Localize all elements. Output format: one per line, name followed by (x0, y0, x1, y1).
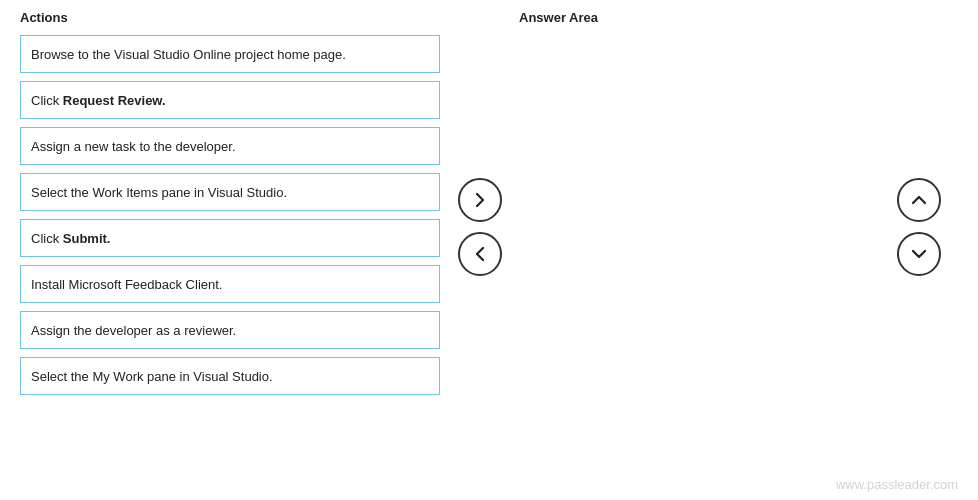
answer-header: Answer Area (519, 10, 879, 27)
chevron-down-icon (909, 244, 929, 264)
transfer-controls (440, 10, 519, 403)
action-item-3[interactable]: Assign a new task to the developer. (20, 127, 440, 165)
action-item-1[interactable]: Browse to the Visual Studio Online proje… (20, 35, 440, 73)
answer-column: Answer Area (519, 10, 879, 403)
actions-column: Actions Browse to the Visual Studio Onli… (20, 10, 440, 403)
action-item-6[interactable]: Install Microsoft Feedback Client. (20, 265, 440, 303)
action-text-1: Browse to the Visual Studio Online proje… (31, 47, 346, 62)
move-up-button[interactable] (897, 178, 941, 222)
action-text-4: Select the Work Items pane in Visual Stu… (31, 185, 287, 200)
action-text-8: Select the My Work pane in Visual Studio… (31, 369, 273, 384)
action-text-7: Assign the developer as a reviewer. (31, 323, 236, 338)
order-controls (879, 10, 958, 403)
action-item-8[interactable]: Select the My Work pane in Visual Studio… (20, 357, 440, 395)
action-item-5[interactable]: Click Submit. (20, 219, 440, 257)
chevron-up-icon (909, 190, 929, 210)
action-text-6: Install Microsoft Feedback Client. (31, 277, 222, 292)
actions-header: Actions (20, 10, 440, 27)
action-item-4[interactable]: Select the Work Items pane in Visual Stu… (20, 173, 440, 211)
move-down-button[interactable] (897, 232, 941, 276)
action-text-3: Assign a new task to the developer. (31, 139, 236, 154)
watermark: www.passleader.com (836, 477, 958, 492)
move-left-button[interactable] (458, 232, 502, 276)
action-item-7[interactable]: Assign the developer as a reviewer. (20, 311, 440, 349)
action-bold-5: Submit. (63, 231, 111, 246)
action-text-5: Click Submit. (31, 231, 110, 246)
action-item-2[interactable]: Click Request Review. (20, 81, 440, 119)
chevron-right-icon (470, 190, 490, 210)
move-right-button[interactable] (458, 178, 502, 222)
action-bold-2: Request Review. (63, 93, 166, 108)
answer-area (519, 35, 879, 335)
action-text-2: Click Request Review. (31, 93, 166, 108)
chevron-left-icon (470, 244, 490, 264)
